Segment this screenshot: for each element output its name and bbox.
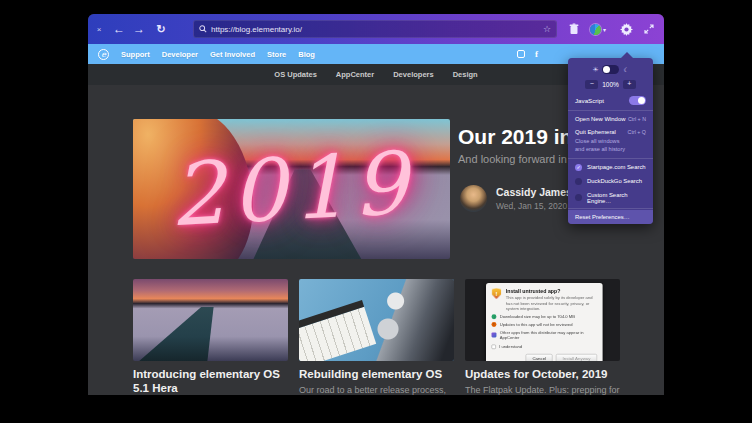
dark-mode-icon: ☾ [623,66,628,73]
zoom-controls: − 100% + [568,78,653,93]
quit-hint-text: Close all windows and erase all history [568,138,634,157]
radio-label: Custom Search Engine… [587,192,646,204]
radio-label: DuckDuckGo Search [587,178,642,184]
author-avatar [460,185,487,212]
zoom-out-button[interactable]: − [585,80,598,89]
article-card-row: Introducing elementary OS 5.1 Hera A maj… [133,279,620,395]
card-image-dialog: ! Install untrusted app? This app is pro… [465,279,620,361]
article-card-rebuilding[interactable]: Rebuilding elementary OS Our road to a b… [299,279,454,395]
search-option-custom[interactable]: Custom Search Engine… [568,188,653,207]
shortcut-label: Ctrl + N [628,116,646,122]
dialog-body: This app is provided solely by its devel… [506,296,597,312]
menu-item-reset-preferences[interactable]: Reset Preferences… [568,210,653,224]
card-subtitle: The Flatpak Update. Plus: prepping for L… [465,385,620,395]
radio-selected-icon: ✓ [575,164,582,171]
download-size-icon: ↓ [492,314,497,319]
menu-item-label: Quit Ephemeral [575,129,616,135]
card-pier-shape [133,279,288,361]
forward-button[interactable]: → [130,14,148,44]
i-understand-checkbox[interactable] [492,344,496,348]
checkbox-label: I understand [499,344,522,349]
erase-history-button[interactable] [566,14,582,44]
subnav-appcenter[interactable]: AppCenter [336,70,374,79]
zoom-level: 100% [602,81,619,88]
card-title[interactable]: Rebuilding elementary OS [299,368,454,382]
open-external-button[interactable] [640,14,658,44]
cancel-button[interactable]: Cancel [526,354,553,361]
subnav-developers[interactable]: Developers [393,70,433,79]
chevron-down-icon: ▾ [603,26,606,33]
shortcut-label: Ctrl + Q [628,129,646,135]
menu-item-label: Open New Window [575,116,625,122]
appcenter-icon [492,332,497,337]
browser-window: × ← → ↻ ☆ ▾ [88,14,664,395]
reload-button[interactable]: ↻ [152,14,170,44]
back-button[interactable]: ← [110,14,128,44]
search-option-startpage[interactable]: ✓ Startpage.com Search [568,160,653,174]
radio-unselected-icon [575,178,582,185]
radio-label: Startpage.com Search [587,164,646,170]
browser-toolbar: × ← → ↻ ☆ ▾ [88,14,664,44]
card-image-pier [133,279,288,361]
card-title[interactable]: Introducing elementary OS 5.1 Hera [133,368,288,395]
subnav-os-updates[interactable]: OS Updates [274,70,317,79]
trash-icon [569,23,579,35]
back-icon: ← [113,22,125,36]
javascript-toggle-row: JavaScript [568,93,653,109]
hero-image-sparkler-text: 2019 [133,119,450,259]
nav-developer[interactable]: Developer [162,50,198,59]
theme-toggle-row: ☀ ☾ [568,62,653,78]
search-icon [199,25,207,33]
nav-support[interactable]: Support [121,50,150,59]
url-input[interactable] [211,25,543,34]
theme-toggle[interactable] [602,65,619,74]
tracker-blocker-button[interactable]: ▾ [586,14,610,44]
hero-article-image[interactable]: 2019 [133,119,450,259]
dialog-bullet: Updates to this app will not be reviewed [500,322,573,327]
nav-blog[interactable]: Blog [298,50,315,59]
slack-icon[interactable] [517,50,525,58]
menu-separator [568,208,653,209]
nav-store[interactable]: Store [267,50,286,59]
javascript-toggle[interactable] [629,96,646,105]
search-option-duckduckgo[interactable]: DuckDuckGo Search [568,174,653,188]
radio-unselected-icon [575,194,582,201]
settings-button[interactable] [616,14,636,44]
card-title[interactable]: Updates for October, 2019 [465,368,620,382]
letterbox-background: × ← → ↻ ☆ ▾ [0,0,752,423]
unreviewed-updates-icon: ! [492,322,497,327]
resize-arrows-icon [644,24,654,34]
menu-separator [568,110,653,111]
article-card-hera[interactable]: Introducing elementary OS 5.1 Hera A maj… [133,279,288,395]
dialog-title: Install untrusted app? [506,288,597,294]
elementary-logo-icon[interactable]: e [98,49,109,60]
window-close-button[interactable]: × [92,14,106,44]
javascript-label: JavaScript [575,97,604,104]
menu-item-quit[interactable]: Quit Ephemeral Ctrl + Q [568,125,653,138]
gear-icon [620,23,633,36]
address-bar[interactable]: ☆ [193,20,557,38]
reload-icon: ↻ [156,23,165,36]
card-subtitle: Our road to a better release process, au… [299,385,454,395]
install-anyway-button[interactable]: Install Anyway [556,354,597,361]
warning-shield-icon: ! [492,288,502,299]
dialog-bullet: Other apps from this distributor may app… [500,330,597,340]
tracker-pie-icon [590,24,601,35]
subnav-design[interactable]: Design [453,70,478,79]
settings-popup-menu: ☀ ☾ − 100% + JavaScript Open New Window … [568,58,653,224]
menu-item-new-window[interactable]: Open New Window Ctrl + N [568,112,653,125]
card-robot-arm-shape [369,279,454,361]
facebook-icon[interactable]: f [535,49,538,59]
menu-separator [568,158,653,159]
light-mode-icon: ☀ [592,66,598,74]
close-icon: × [97,25,102,34]
card-image-robot [299,279,454,361]
dialog-bullet: Downloaded size may be up to 704.0 MB [500,314,575,319]
nav-get-involved[interactable]: Get Involved [210,50,255,59]
forward-icon: → [133,22,145,36]
untrusted-app-dialog: ! Install untrusted app? This app is pro… [486,283,603,361]
article-card-october[interactable]: ! Install untrusted app? This app is pro… [465,279,620,395]
zoom-in-button[interactable]: + [623,80,636,89]
card-piano-shape [299,300,376,361]
bookmark-star-icon[interactable]: ☆ [543,24,551,34]
